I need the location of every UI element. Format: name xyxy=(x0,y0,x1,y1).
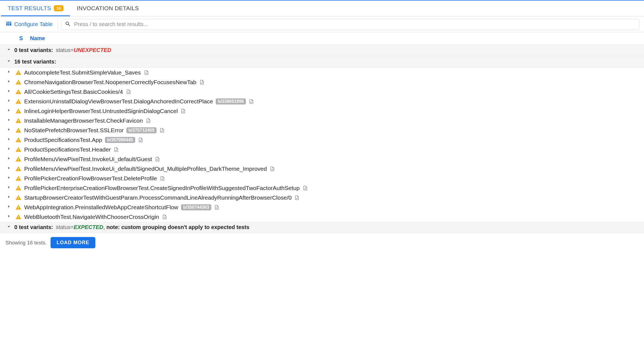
tab-invocation-details-label: INVOCATION DETAILS xyxy=(77,5,139,12)
test-row[interactable]: ProfileMenuViewPixelTest.InvokeUi_defaul… xyxy=(0,164,644,174)
document-icon[interactable] xyxy=(159,128,165,133)
document-icon[interactable] xyxy=(302,185,308,191)
bug-chip[interactable]: b/350744363 xyxy=(181,204,211,210)
warning-icon xyxy=(15,166,21,172)
group-expected-status-value: EXPECTED xyxy=(74,224,103,230)
test-row[interactable]: ProductSpecificationsTest.Header xyxy=(0,145,644,154)
warning-icon xyxy=(15,195,21,201)
test-row[interactable]: ExtensionUninstallDialogViewBrowserTest.… xyxy=(0,97,644,106)
group-main[interactable]: 16 test variants: xyxy=(0,56,644,68)
warning-icon xyxy=(15,70,21,76)
test-results-count-badge: 16 xyxy=(54,5,63,11)
document-icon[interactable] xyxy=(162,214,167,220)
test-list: AutocompleteTest.SubmitSimpleValue_Saves… xyxy=(0,68,644,222)
test-name: ProductSpecificationsTest.Header xyxy=(24,146,111,153)
search-container xyxy=(61,19,640,30)
warning-icon xyxy=(15,79,21,85)
showing-count: Showing 16 tests. xyxy=(5,240,47,246)
warning-icon xyxy=(15,175,21,181)
configure-table-button[interactable]: Configure Table xyxy=(4,19,58,30)
group-unexpected-count: 0 test variants: xyxy=(14,47,53,53)
chevron-right-icon xyxy=(6,117,12,124)
test-row[interactable]: WebBluetoothTest.NavigateWithChooserCros… xyxy=(0,212,644,222)
warning-icon xyxy=(15,147,21,153)
bug-chip[interactable]: b/375712405 xyxy=(126,127,157,133)
test-row[interactable]: ChromeNavigationBrowserTest.NoopenerCorr… xyxy=(0,77,644,87)
test-row[interactable]: StartupBrowserCreatorTestWithGuestParam.… xyxy=(0,193,644,202)
chevron-right-icon xyxy=(6,204,12,211)
test-name: ExtensionUninstallDialogViewBrowserTest.… xyxy=(24,98,213,105)
test-name: ProductSpecificationsTest.App xyxy=(24,137,102,143)
document-icon[interactable] xyxy=(270,166,275,172)
warning-icon xyxy=(15,118,21,124)
chevron-right-icon xyxy=(6,69,12,76)
test-row[interactable]: ProductSpecificationsTest.Appb/357089445 xyxy=(0,135,644,145)
group-expected-note: note: custom grouping doesn't apply to e… xyxy=(106,224,249,230)
document-icon[interactable] xyxy=(113,147,119,152)
document-icon[interactable] xyxy=(155,156,160,162)
test-name: ProfileMenuViewPixelTest.InvokeUi_defaul… xyxy=(24,156,152,163)
document-icon[interactable] xyxy=(249,99,254,104)
chevron-right-icon xyxy=(6,146,12,153)
tab-test-results[interactable]: TEST RESULTS 16 xyxy=(1,1,70,16)
footer: Showing 16 tests. LOAD MORE xyxy=(0,233,644,252)
test-row[interactable]: ProfilePickerEnterpriseCreationFlowBrows… xyxy=(0,183,644,193)
chevron-right-icon xyxy=(6,98,12,105)
test-name: ProfileMenuViewPixelTest.InvokeUi_defaul… xyxy=(24,166,267,172)
tab-test-results-label: TEST RESULTS xyxy=(8,5,51,12)
warning-icon xyxy=(15,214,21,220)
group-unexpected[interactable]: 0 test variants: status=UNEXPECTED xyxy=(0,45,644,56)
document-icon[interactable] xyxy=(294,195,300,200)
warning-icon xyxy=(15,156,21,162)
test-row[interactable]: All/CookieSettingsTest.BasicCookies/4 xyxy=(0,87,644,97)
test-row[interactable]: InlineLoginHelperBrowserTest.UntrustedSi… xyxy=(0,106,644,116)
document-icon[interactable] xyxy=(160,176,165,181)
test-row[interactable]: NoStatePrefetchBrowserTest.SSLErrorb/375… xyxy=(0,125,644,135)
group-unexpected-status-prefix: status= xyxy=(56,47,74,53)
test-name: WebBluetoothTest.NavigateWithChooserCros… xyxy=(24,214,159,220)
document-icon[interactable] xyxy=(144,70,149,75)
document-icon[interactable] xyxy=(146,118,151,123)
load-more-button[interactable]: LOAD MORE xyxy=(51,237,95,248)
column-name[interactable]: Name xyxy=(30,35,45,42)
chevron-down-icon xyxy=(6,58,12,65)
bug-chip[interactable]: b/338651996 xyxy=(216,98,246,104)
document-icon[interactable] xyxy=(181,108,186,114)
test-name: ChromeNavigationBrowserTest.NoopenerCorr… xyxy=(24,79,196,86)
chevron-right-icon xyxy=(6,194,12,201)
warning-icon xyxy=(15,185,21,191)
column-header-row: S Name xyxy=(0,32,644,45)
test-row[interactable]: ProfilePickerCreationFlowBrowserTest.Del… xyxy=(0,174,644,183)
chevron-right-icon xyxy=(6,175,12,182)
warning-icon xyxy=(15,127,21,133)
test-name: StartupBrowserCreatorTestWithGuestParam.… xyxy=(24,194,292,201)
test-name: InlineLoginHelperBrowserTest.UntrustedSi… xyxy=(24,108,178,114)
document-icon[interactable] xyxy=(126,89,131,95)
test-name: InstallableManagerBrowserTest.CheckFavic… xyxy=(24,117,143,124)
test-row[interactable]: InstallableManagerBrowserTest.CheckFavic… xyxy=(0,116,644,125)
document-icon[interactable] xyxy=(138,137,143,143)
toolbar: Configure Table xyxy=(0,16,644,32)
tab-invocation-details[interactable]: INVOCATION DETAILS xyxy=(70,1,145,16)
document-icon[interactable] xyxy=(199,79,205,85)
group-unexpected-status-value: UNEXPECTED xyxy=(74,47,111,53)
chevron-right-icon xyxy=(6,79,12,86)
test-row[interactable]: WebAppIntegration.PreinstalledWebAppCrea… xyxy=(0,202,644,212)
search-input[interactable] xyxy=(74,21,636,28)
column-status[interactable]: S xyxy=(19,35,23,42)
group-expected-status-prefix: status= xyxy=(56,224,74,230)
chevron-right-icon xyxy=(6,127,12,134)
chevron-right-icon xyxy=(6,136,12,143)
group-main-count: 16 test variants: xyxy=(14,59,56,65)
test-row[interactable]: ProfileMenuViewPixelTest.InvokeUi_defaul… xyxy=(0,154,644,164)
warning-icon xyxy=(15,108,21,114)
document-icon[interactable] xyxy=(214,205,220,210)
table-icon xyxy=(5,20,12,28)
test-name: ProfilePickerCreationFlowBrowserTest.Del… xyxy=(24,175,157,182)
group-expected[interactable]: 0 test variants: status=EXPECTED, note: … xyxy=(0,222,644,233)
test-name: AutocompleteTest.SubmitSimpleValue_Saves xyxy=(24,69,141,76)
bug-chip[interactable]: b/357089445 xyxy=(105,137,135,143)
test-name: WebAppIntegration.PreinstalledWebAppCrea… xyxy=(24,204,178,211)
group-expected-note-sep: , xyxy=(103,224,106,230)
test-row[interactable]: AutocompleteTest.SubmitSimpleValue_Saves xyxy=(0,68,644,77)
